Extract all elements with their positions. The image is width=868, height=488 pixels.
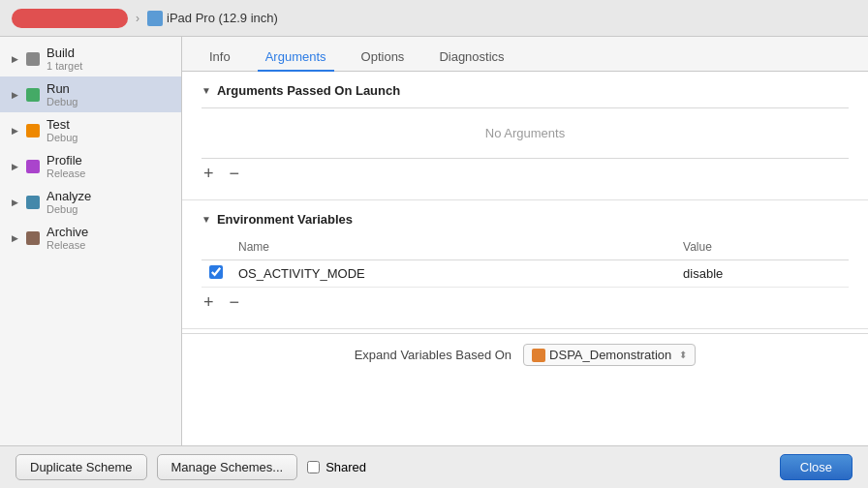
duplicate-scheme-button[interactable]: Duplicate Scheme bbox=[16, 454, 147, 480]
add-env-var-button[interactable]: + bbox=[202, 293, 216, 311]
triangle-arguments[interactable]: ▼ bbox=[202, 85, 211, 96]
env-var-checkbox-cell[interactable] bbox=[202, 260, 231, 288]
section-env-vars: ▼ Environment Variables Name Value bbox=[182, 200, 868, 329]
tab-arguments[interactable]: Arguments bbox=[258, 44, 334, 72]
section-env-vars-header: ▼ Environment Variables bbox=[202, 212, 849, 227]
sidebar-item-test-text: Test Debug bbox=[46, 117, 78, 143]
sidebar-item-test[interactable]: ▶ Test Debug bbox=[0, 112, 181, 148]
icon-build bbox=[25, 51, 41, 67]
expand-variables-bar: Expand Variables Based On DSPA_Demonstra… bbox=[182, 333, 868, 376]
env-vars-add-remove: + − bbox=[202, 288, 849, 317]
col-value-header: Value bbox=[675, 236, 849, 260]
device-icon bbox=[147, 11, 163, 26]
no-arguments-display: No Arguments bbox=[202, 107, 849, 159]
close-button[interactable]: Close bbox=[780, 454, 852, 480]
expand-icon-run: ▶ bbox=[10, 90, 19, 100]
section-arguments-title: Arguments Passed On Launch bbox=[217, 83, 400, 98]
icon-archive bbox=[25, 230, 41, 246]
col-name-header: Name bbox=[231, 236, 675, 260]
sidebar-item-archive[interactable]: ▶ Archive Release bbox=[0, 220, 181, 256]
sidebar-item-build[interactable]: ▶ Build 1 target bbox=[0, 41, 181, 76]
profile-subtitle: Release bbox=[46, 168, 85, 179]
shared-checkbox-area: Shared bbox=[307, 460, 366, 474]
icon-profile bbox=[25, 159, 41, 174]
test-subtitle: Debug bbox=[46, 132, 78, 143]
remove-argument-button[interactable]: − bbox=[228, 165, 242, 182]
sidebar-item-build-text: Build 1 target bbox=[46, 46, 82, 72]
sidebar: ▶ Build 1 target ▶ Run Debug ▶ bbox=[0, 37, 182, 445]
sidebar-item-run-text: Run Debug bbox=[46, 81, 78, 107]
analyze-title: Analyze bbox=[46, 189, 91, 203]
expand-icon-analyze: ▶ bbox=[10, 198, 19, 207]
expand-app-icon bbox=[532, 349, 545, 362]
expand-icon-profile: ▶ bbox=[10, 162, 19, 171]
sidebar-item-analyze[interactable]: ▶ Analyze Debug bbox=[0, 184, 181, 220]
remove-env-var-button[interactable]: − bbox=[228, 293, 242, 311]
expand-selected-value: DSPA_Demonstration bbox=[549, 348, 671, 362]
expand-icon-build: ▶ bbox=[10, 54, 19, 64]
tab-info[interactable]: Info bbox=[202, 44, 238, 72]
icon-analyze bbox=[25, 195, 41, 210]
shared-label: Shared bbox=[326, 460, 366, 474]
env-vars-table: Name Value OS_ACTIVITY_MODE bbox=[202, 236, 849, 288]
run-title: Run bbox=[46, 81, 78, 96]
svg-rect-2 bbox=[26, 124, 40, 137]
device-label: iPad Pro (12.9 inch) bbox=[167, 11, 278, 25]
tab-options[interactable]: Options bbox=[354, 44, 413, 72]
svg-rect-3 bbox=[26, 160, 40, 173]
tab-diagnostics[interactable]: Diagnostics bbox=[431, 44, 512, 72]
content-scroll: ▼ Arguments Passed On Launch No Argument… bbox=[182, 72, 868, 445]
triangle-env-vars[interactable]: ▼ bbox=[202, 214, 211, 225]
profile-title: Profile bbox=[46, 153, 85, 168]
expand-variables-label: Expand Variables Based On bbox=[355, 348, 512, 362]
bottom-bar: Duplicate Scheme Manage Schemes... Share… bbox=[0, 445, 868, 488]
top-bar: › iPad Pro (12.9 inch) bbox=[0, 0, 868, 37]
sidebar-item-profile-text: Profile Release bbox=[46, 153, 85, 179]
no-arguments-text: No Arguments bbox=[485, 126, 565, 140]
tab-bar: Info Arguments Options Diagnostics bbox=[182, 37, 868, 72]
shared-checkbox[interactable] bbox=[307, 461, 320, 473]
env-var-enabled-checkbox[interactable] bbox=[209, 265, 223, 279]
archive-subtitle: Release bbox=[46, 239, 88, 251]
test-title: Test bbox=[46, 117, 78, 132]
scheme-pill[interactable] bbox=[12, 9, 128, 28]
env-var-name: OS_ACTIVITY_MODE bbox=[238, 266, 365, 281]
svg-rect-5 bbox=[26, 231, 40, 245]
icon-test bbox=[25, 123, 41, 138]
col-enabled bbox=[202, 236, 231, 260]
add-argument-button[interactable]: + bbox=[202, 165, 216, 182]
content-area: Info Arguments Options Diagnostics ▼ Arg… bbox=[182, 37, 868, 445]
args-add-remove: + − bbox=[202, 159, 849, 188]
main-layout: ▶ Build 1 target ▶ Run Debug ▶ bbox=[0, 37, 868, 445]
section-env-vars-title: Environment Variables bbox=[217, 212, 353, 227]
sidebar-item-archive-text: Archive Release bbox=[46, 225, 88, 251]
env-table-header-row: Name Value bbox=[202, 236, 849, 260]
build-title: Build bbox=[46, 46, 82, 60]
env-var-row-0[interactable]: OS_ACTIVITY_MODE disable bbox=[202, 260, 849, 288]
expand-icon-test: ▶ bbox=[10, 126, 19, 136]
analyze-subtitle: Debug bbox=[46, 203, 91, 215]
run-subtitle: Debug bbox=[46, 96, 78, 107]
archive-title: Archive bbox=[46, 225, 88, 239]
icon-run bbox=[25, 87, 41, 103]
sidebar-item-run[interactable]: ▶ Run Debug bbox=[0, 76, 181, 112]
sidebar-item-analyze-text: Analyze Debug bbox=[46, 189, 91, 215]
section-arguments-header: ▼ Arguments Passed On Launch bbox=[202, 83, 849, 98]
breadcrumb-arrow: › bbox=[136, 12, 140, 25]
device-selector[interactable]: iPad Pro (12.9 inch) bbox=[147, 11, 278, 26]
expand-variables-dropdown[interactable]: DSPA_Demonstration ⬍ bbox=[523, 344, 696, 366]
expand-icon-archive: ▶ bbox=[10, 233, 19, 243]
sidebar-item-profile[interactable]: ▶ Profile Release bbox=[0, 148, 181, 184]
section-arguments-launch: ▼ Arguments Passed On Launch No Argument… bbox=[182, 72, 868, 200]
svg-rect-4 bbox=[26, 196, 40, 209]
env-var-name-cell: OS_ACTIVITY_MODE bbox=[231, 260, 675, 288]
env-var-value: disable bbox=[683, 266, 723, 281]
manage-schemes-button[interactable]: Manage Schemes... bbox=[157, 454, 298, 480]
env-var-value-cell: disable bbox=[675, 260, 849, 288]
svg-rect-1 bbox=[26, 88, 40, 102]
dropdown-arrow-icon: ⬍ bbox=[679, 350, 687, 360]
svg-rect-0 bbox=[26, 52, 40, 66]
build-subtitle: 1 target bbox=[46, 60, 82, 72]
